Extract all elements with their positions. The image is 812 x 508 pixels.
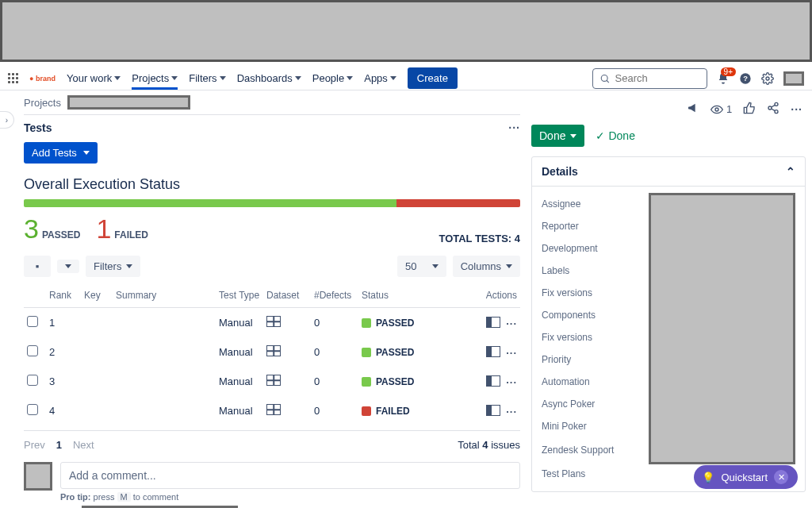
top-banner-placeholder: [0, 0, 812, 62]
comment-input[interactable]: Add a comment...: [60, 462, 520, 489]
filters-button[interactable]: Filters: [86, 256, 140, 277]
watchers[interactable]: 1: [710, 103, 732, 116]
field-mini-poker[interactable]: Mini Poker: [542, 421, 587, 432]
cell-rank: 3: [46, 367, 81, 396]
right-panel: 1 ··· Done ✓ Done Details ⌃ Assignee Rep…: [531, 102, 806, 508]
field-async-poker[interactable]: Async Poker: [542, 398, 595, 410]
col-actions: Actions: [486, 290, 517, 301]
notifications-icon[interactable]: 9+: [717, 72, 730, 85]
expand-row-icon[interactable]: [486, 346, 500, 357]
app-switcher-icon[interactable]: [8, 73, 18, 83]
share-icon[interactable]: [767, 102, 779, 117]
cell-status: PASSED: [362, 318, 419, 329]
select-mode-caret[interactable]: [57, 260, 79, 273]
chevron-up-icon[interactable]: ⌃: [786, 165, 795, 178]
nav-apps[interactable]: Apps: [364, 72, 396, 84]
table-row[interactable]: 3Manual0PASSED ···: [24, 367, 520, 396]
svg-line-1: [607, 80, 609, 83]
breadcrumb-root[interactable]: Projects: [24, 97, 61, 109]
cell-defects: 0: [311, 396, 358, 425]
field-fix-versions[interactable]: Fix versions: [542, 287, 592, 298]
col-key[interactable]: Key: [84, 290, 101, 301]
columns-button[interactable]: Columns: [453, 256, 520, 277]
nav-your-work[interactable]: Your work: [67, 72, 121, 84]
add-tests-button[interactable]: Add Tests: [24, 142, 98, 164]
nav-people[interactable]: People: [312, 72, 353, 84]
field-fix-versions-2[interactable]: Fix versions: [542, 332, 592, 343]
field-zendesk[interactable]: Zendesk Support: [542, 444, 614, 456]
pager-total: Total 4 issues: [458, 439, 520, 451]
row-more-icon[interactable]: ···: [506, 318, 517, 329]
quickstart-button[interactable]: 💡 Quickstart ✕: [694, 465, 798, 489]
row-checkbox[interactable]: [27, 316, 38, 327]
expand-row-icon[interactable]: [486, 375, 500, 387]
search-icon: [599, 72, 611, 85]
dataset-icon[interactable]: [266, 404, 281, 415]
field-priority[interactable]: Priority: [542, 354, 571, 365]
row-checkbox[interactable]: [27, 404, 38, 415]
col-defects[interactable]: #Defects: [314, 290, 351, 301]
row-checkbox[interactable]: [27, 375, 38, 386]
cell-status: PASSED: [362, 347, 419, 358]
pager-prev[interactable]: Prev: [24, 439, 45, 451]
table-row[interactable]: 4Manual0FAILED ···: [24, 396, 520, 425]
row-more-icon[interactable]: ···: [506, 347, 517, 359]
svg-point-6: [775, 102, 778, 106]
expand-row-icon[interactable]: [486, 405, 500, 416]
help-icon[interactable]: ?: [739, 72, 752, 85]
breadcrumb: Projects: [24, 95, 520, 110]
svg-point-7: [768, 106, 772, 110]
search-input[interactable]: [592, 68, 707, 89]
failed-count: 1 FAILED: [96, 214, 148, 244]
total-tests: TOTAL TESTS: 4: [439, 233, 520, 244]
nav-filters[interactable]: Filters: [189, 72, 225, 84]
field-test-plans[interactable]: Test Plans: [542, 468, 585, 479]
col-status[interactable]: Status: [362, 290, 389, 301]
create-button[interactable]: Create: [408, 67, 458, 89]
tests-table: Rank Key Summary Test Type Dataset #Defe…: [24, 283, 520, 425]
page-size-select[interactable]: 50: [397, 256, 446, 277]
tests-more-icon[interactable]: ···: [508, 121, 520, 134]
row-more-icon[interactable]: ···: [506, 406, 517, 418]
close-icon[interactable]: ✕: [774, 470, 788, 484]
nav-projects[interactable]: Projects: [132, 72, 178, 84]
field-assignee[interactable]: Assignee: [542, 198, 580, 210]
field-components[interactable]: Components: [542, 310, 596, 321]
status-done-button[interactable]: Done: [531, 125, 584, 147]
like-icon[interactable]: [743, 102, 756, 117]
row-more-icon[interactable]: ···: [506, 376, 517, 388]
dataset-icon[interactable]: [266, 345, 281, 356]
nav-dashboards[interactable]: Dashboards: [237, 72, 301, 84]
col-summary[interactable]: Summary: [116, 290, 156, 301]
notification-badge: 9+: [721, 67, 736, 76]
svg-line-10: [772, 109, 776, 111]
cell-defects: 0: [311, 308, 358, 338]
table-row[interactable]: 2Manual0PASSED ···: [24, 337, 520, 367]
expand-row-icon[interactable]: [486, 317, 500, 328]
field-reporter[interactable]: Reporter: [542, 221, 579, 232]
field-automation[interactable]: Automation: [542, 376, 590, 387]
select-mode-button[interactable]: ▪: [24, 256, 51, 277]
avatar[interactable]: [783, 71, 804, 86]
dataset-icon[interactable]: [266, 375, 281, 386]
cell-test-type: Manual: [216, 396, 263, 425]
table-row[interactable]: 1Manual0PASSED ···: [24, 308, 520, 338]
svg-point-4: [766, 77, 769, 80]
panel-more-icon[interactable]: ···: [791, 103, 802, 116]
pager: Prev 1 Next Total 4 issues: [24, 430, 520, 462]
field-labels[interactable]: Labels: [542, 265, 569, 276]
field-development[interactable]: Development: [542, 243, 598, 254]
svg-text:?: ?: [743, 75, 748, 83]
details-title[interactable]: Details: [542, 165, 578, 178]
dataset-icon[interactable]: [266, 316, 281, 327]
col-test-type[interactable]: Test Type: [219, 290, 259, 301]
row-checkbox[interactable]: [27, 345, 38, 356]
feedback-icon[interactable]: [687, 102, 699, 117]
col-dataset[interactable]: Dataset: [266, 290, 299, 301]
settings-icon[interactable]: [761, 72, 774, 85]
col-rank[interactable]: Rank: [49, 290, 71, 301]
brand-logo[interactable]: ● brand: [29, 75, 56, 83]
svg-line-9: [772, 105, 776, 107]
pager-next[interactable]: Next: [73, 439, 94, 451]
sidebar-expand-handle[interactable]: ›: [0, 111, 14, 129]
